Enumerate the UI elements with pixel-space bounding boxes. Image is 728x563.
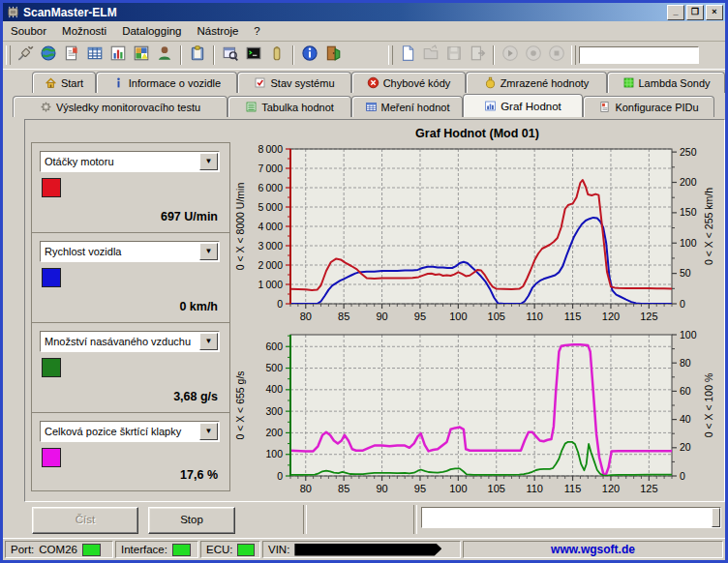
- chevron-down-icon[interactable]: ▼: [199, 153, 218, 170]
- battery-icon: [268, 44, 286, 66]
- save-button[interactable]: [442, 44, 466, 67]
- svg-text:3 000: 3 000: [258, 240, 284, 252]
- graph-panel: Graf Hodnot (Mod 01) Otáčky motoru▼697 U…: [24, 119, 725, 502]
- menu-item-datalogging[interactable]: Datalogging: [114, 23, 189, 39]
- chevron-down-icon[interactable]: ▼: [199, 333, 218, 350]
- record-button[interactable]: [522, 44, 545, 67]
- tab-graf-hodnot[interactable]: Graf Hodnot: [463, 94, 583, 117]
- picture-button[interactable]: [130, 44, 153, 67]
- toolbar-separator: [180, 45, 182, 65]
- svg-text:80: 80: [680, 357, 691, 369]
- status-check-icon: [254, 76, 266, 89]
- start-icon: [45, 76, 57, 89]
- terminal-icon: [245, 44, 262, 66]
- svg-text:100: 100: [680, 329, 697, 341]
- user-button[interactable]: [153, 44, 176, 67]
- stop-circle-button[interactable]: [545, 44, 568, 67]
- parameter-select[interactable]: Otáčky motoru▼: [40, 151, 220, 172]
- tab-chybov-k-dy[interactable]: Chybové kódy: [351, 72, 466, 93]
- toolbar-grip[interactable]: [388, 45, 393, 65]
- toolbar-grip[interactable]: [6, 45, 11, 65]
- stop-button[interactable]: Stop: [148, 507, 235, 534]
- chevron-down-icon[interactable]: ▼: [199, 243, 218, 260]
- toolbar-separator: [292, 45, 294, 65]
- close-button[interactable]: ×: [706, 5, 723, 20]
- svg-text:0: 0: [277, 298, 283, 310]
- user-icon: [156, 44, 173, 66]
- minimize-button[interactable]: _: [667, 5, 684, 20]
- svg-text:0: 0: [680, 298, 685, 310]
- freeze-frame-icon: [484, 76, 497, 89]
- clipboard-button[interactable]: [186, 44, 209, 67]
- toolbar-input[interactable]: [579, 46, 699, 64]
- pid-config-icon: [598, 101, 611, 113]
- svg-text:85: 85: [338, 483, 349, 494]
- toolbar-grip[interactable]: [571, 45, 576, 65]
- lambda-icon: [622, 76, 635, 89]
- globe-icon: [40, 44, 57, 66]
- progress-thumb[interactable]: [712, 508, 720, 527]
- port-label: Port:: [11, 544, 34, 555]
- interface-led-icon: [172, 544, 191, 556]
- parameter-select[interactable]: Rychlost vozidla▼: [40, 241, 220, 262]
- chevron-down-icon[interactable]: ▼: [199, 423, 218, 440]
- tab-stav-syst-mu[interactable]: Stav systému: [237, 72, 351, 93]
- globe-button[interactable]: [37, 44, 60, 67]
- tab-konfigurace-pidu[interactable]: Konfigurace PIDu: [583, 96, 714, 117]
- wgsoft-link[interactable]: www.wgsoft.de: [469, 543, 717, 556]
- svg-text:100: 100: [680, 237, 697, 249]
- menu-item-nstroje[interactable]: Nástroje: [190, 23, 247, 39]
- tab-zmrazen-hodnoty[interactable]: Zmrazené hodnoty: [466, 72, 607, 93]
- svg-text:115: 115: [564, 483, 582, 494]
- tab-label: Lambda Sondy: [639, 77, 711, 89]
- svg-text:7 000: 7 000: [258, 163, 284, 174]
- read-button[interactable]: Číst: [32, 507, 138, 534]
- tab-me-en-hodnot[interactable]: Meření hodnot: [351, 96, 463, 117]
- menu-item-soubor[interactable]: Soubor: [3, 23, 54, 39]
- parameter-value: 697 U/min: [161, 210, 218, 223]
- tab-lambda-sondy[interactable]: Lambda Sondy: [607, 72, 725, 93]
- new-file-button[interactable]: [396, 44, 419, 67]
- svg-text:500: 500: [265, 362, 283, 373]
- parameter-select[interactable]: Množství nasávaného vzduchu▼: [40, 331, 220, 352]
- status-ecu: ECU:: [200, 541, 260, 558]
- tab-informace-o-vozidle[interactable]: Informace o vozidle: [96, 72, 237, 93]
- rpm-speed-chart: 01 0002 0003 0004 0005 0006 0007 0008 00…: [234, 141, 720, 327]
- divider: [413, 505, 417, 534]
- svg-text:400: 400: [265, 383, 283, 395]
- vehicle-doc-button[interactable]: [60, 44, 83, 67]
- battery-button[interactable]: [265, 44, 288, 67]
- play-button[interactable]: [499, 44, 522, 67]
- title-bar: ScanMaster-ELM _ ❐ ×: [3, 3, 725, 21]
- grid-button[interactable]: [83, 44, 106, 67]
- svg-text:0 < X < 255 km/h: 0 < X < 255 km/h: [703, 188, 714, 265]
- svg-text:2 000: 2 000: [258, 259, 284, 271]
- info-button[interactable]: [298, 44, 321, 67]
- tab-start[interactable]: Start: [32, 72, 96, 93]
- tab-tabulka-hodnot[interactable]: Tabulka hodnot: [228, 96, 351, 117]
- export-button[interactable]: [466, 44, 489, 67]
- parameter-select[interactable]: Celková pozice škrtící klapky▼: [40, 421, 220, 442]
- chart-button[interactable]: [106, 44, 130, 67]
- maximize-button[interactable]: ❐: [686, 5, 704, 20]
- progress-bar[interactable]: [421, 507, 721, 528]
- exit-door-button[interactable]: [321, 44, 345, 67]
- svg-text:100: 100: [449, 311, 467, 322]
- parameter-select-value: Otáčky motoru: [41, 156, 198, 167]
- play-icon: [501, 44, 519, 66]
- svg-text:4 000: 4 000: [258, 221, 284, 232]
- menu-item-monosti[interactable]: Možnosti: [54, 23, 114, 39]
- series-color-swatch: [42, 358, 61, 377]
- svg-text:100: 100: [265, 448, 283, 459]
- menu-item-?[interactable]: ?: [246, 23, 267, 39]
- parameter-box-2: Rychlost vozidla▼0 km/h: [31, 232, 230, 323]
- search-window-button[interactable]: [219, 44, 242, 67]
- connect-button[interactable]: [14, 44, 37, 67]
- svg-text:95: 95: [414, 483, 426, 494]
- vin-redaction: [294, 544, 441, 556]
- svg-text:1 000: 1 000: [258, 279, 284, 290]
- tab-v-sledky-monitorovac-ho-testu[interactable]: Výsledky monitorovacího testu: [13, 96, 228, 117]
- terminal-button[interactable]: [242, 44, 265, 67]
- open-file-button[interactable]: [419, 44, 442, 67]
- airflow-throttle-chart: 0100200300400500600020406080100808590951…: [234, 327, 720, 499]
